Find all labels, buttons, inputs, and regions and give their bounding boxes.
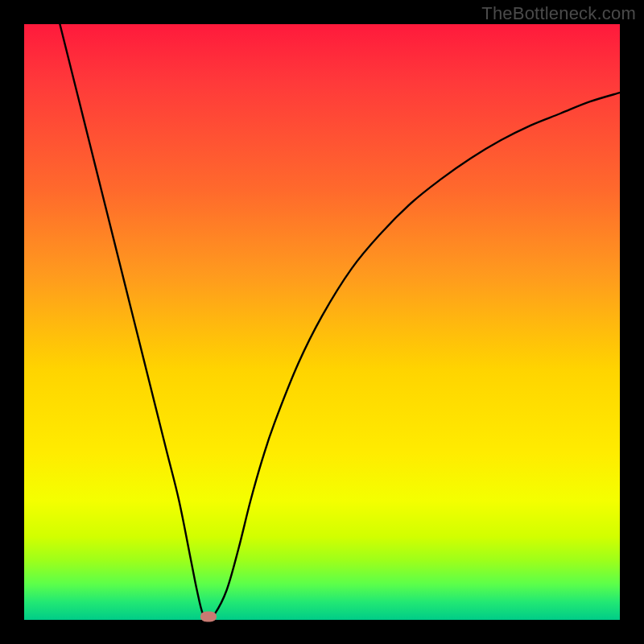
watermark-text: TheBottleneck.com — [481, 3, 636, 24]
bottleneck-curve — [60, 24, 620, 617]
chart-frame: TheBottleneck.com — [0, 0, 644, 644]
plot-area — [24, 24, 620, 620]
optimum-marker — [200, 612, 217, 622]
curve-svg — [24, 24, 620, 620]
